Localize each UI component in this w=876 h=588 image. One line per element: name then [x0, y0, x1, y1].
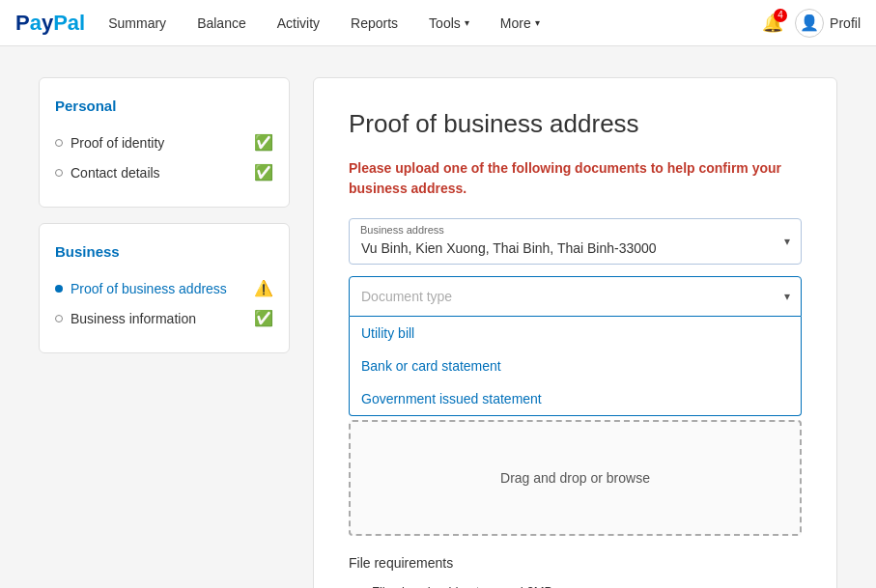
- document-type-placeholder: Document type: [361, 289, 452, 304]
- sidebar: Personal Proof of identity ✅ Contact det…: [39, 77, 290, 588]
- check-icon: ✅: [254, 163, 273, 182]
- brand-logo: PayPal: [15, 11, 85, 36]
- nav-more[interactable]: More ▾: [485, 0, 555, 46]
- bullet-dot: [55, 169, 63, 177]
- sidebar-personal-card: Personal Proof of identity ✅ Contact det…: [39, 77, 290, 208]
- business-address-field: Business address Vu Binh, Kien Xuong, Th…: [349, 218, 802, 265]
- nav-summary[interactable]: Summary: [93, 0, 182, 46]
- warning-icon: ⚠️: [254, 279, 273, 297]
- sidebar-item-proof-business-address[interactable]: Proof of business address ⚠️: [55, 273, 273, 303]
- main-content: Proof of business address Please upload …: [313, 77, 837, 588]
- option-utility-bill[interactable]: Utility bill: [350, 317, 801, 350]
- sidebar-business-card: Business Proof of business address ⚠️ Bu…: [39, 223, 290, 353]
- check-icon: ✅: [254, 309, 273, 327]
- file-requirements-list: File size should not exceed 2MB Use one …: [349, 580, 802, 588]
- file-req-item: File size should not exceed 2MB: [372, 580, 802, 588]
- bullet-dot-filled: [55, 285, 63, 293]
- nav-tools[interactable]: Tools ▾: [413, 0, 485, 46]
- document-type-select[interactable]: Document type: [349, 276, 802, 317]
- nav-balance[interactable]: Balance: [182, 0, 262, 46]
- business-address-label: Business address: [360, 224, 444, 236]
- dropdown-options-list: Utility bill Bank or card statement Gove…: [349, 317, 802, 416]
- nav-reports[interactable]: Reports: [335, 0, 413, 46]
- sidebar-item-proof-identity[interactable]: Proof of identity ✅: [55, 127, 273, 157]
- sidebar-item-business-information[interactable]: Business information ✅: [55, 303, 273, 333]
- chevron-down-icon: ▾: [465, 17, 469, 28]
- sidebar-personal-title: Personal: [55, 98, 273, 114]
- page-layout: Personal Proof of identity ✅ Contact det…: [0, 46, 876, 588]
- sidebar-item-label: Proof of identity: [71, 135, 246, 151]
- page-title: Proof of business address: [349, 109, 802, 139]
- sidebar-business-title: Business: [55, 243, 273, 260]
- bullet-dot: [55, 139, 63, 147]
- upload-instruction: Please upload one of the following docum…: [349, 158, 802, 199]
- nav-right: 🔔 4 👤 Profil: [762, 9, 861, 38]
- sidebar-item-label: Business information: [71, 311, 246, 326]
- option-government-issued[interactable]: Government issued statement: [350, 382, 801, 415]
- option-bank-card-statement[interactable]: Bank or card statement: [350, 350, 801, 382]
- profile-button[interactable]: 👤 Profil: [795, 9, 861, 38]
- drag-drop-label: Drag and drop or browse: [500, 470, 650, 486]
- nav-links: Summary Balance Activity Reports Tools ▾…: [93, 0, 762, 46]
- drag-drop-area[interactable]: Drag and drop or browse: [349, 420, 802, 536]
- check-icon: ✅: [254, 133, 273, 152]
- file-requirements-section: File requirements File size should not e…: [349, 555, 802, 588]
- sidebar-item-label: Proof of business address: [71, 281, 246, 296]
- profile-label: Profil: [830, 15, 861, 31]
- document-type-wrapper: Document type ▾ Utility bill Bank or car…: [349, 276, 802, 416]
- profile-icon: 👤: [795, 9, 824, 38]
- chevron-down-icon: ▾: [535, 17, 540, 28]
- file-requirements-title: File requirements: [349, 555, 802, 571]
- notification-bell[interactable]: 🔔 4: [762, 13, 783, 34]
- nav-activity[interactable]: Activity: [262, 0, 335, 46]
- sidebar-item-label: Contact details: [71, 165, 246, 181]
- notification-badge: 4: [774, 9, 787, 22]
- sidebar-item-contact-details[interactable]: Contact details ✅: [55, 157, 273, 187]
- bullet-dot: [55, 315, 63, 322]
- navbar: PayPal Summary Balance Activity Reports …: [0, 0, 876, 46]
